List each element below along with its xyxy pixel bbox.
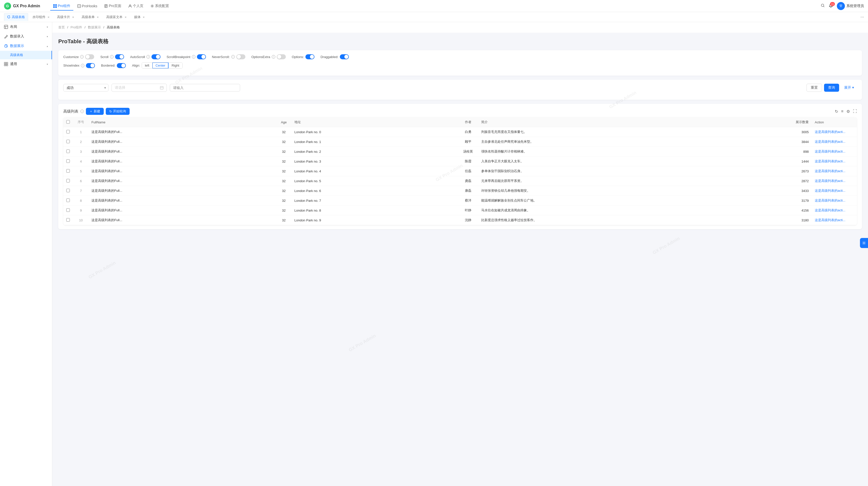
row-checkbox[interactable] <box>66 208 70 212</box>
nav-item-pro-components[interactable]: Pro组件 <box>50 2 73 10</box>
row-checkbox[interactable] <box>66 218 70 222</box>
autoscroll-info-icon[interactable]: i <box>147 55 150 59</box>
align-center-button[interactable]: Center <box>152 63 168 68</box>
scroll-toggle[interactable] <box>115 54 124 59</box>
tab-advanced-card-close[interactable]: ✕ <box>72 16 74 19</box>
row-checkbox[interactable] <box>66 140 70 143</box>
tab-media[interactable]: 媒体 ✕ <box>131 13 148 21</box>
row-checkbox[interactable] <box>66 159 70 163</box>
filter-date-picker[interactable]: 请选择 <box>112 84 167 92</box>
bordered-toggle[interactable] <box>117 63 126 68</box>
tab-more-button[interactable]: ⋯ <box>861 15 864 19</box>
logo-area: G GX Pro Admin <box>4 2 44 9</box>
bordered-label: Bordered: <box>101 64 115 67</box>
tab-advanced-form[interactable]: 高级表单 ✕ <box>79 13 102 21</box>
expand-button[interactable]: 展开 ▾ <box>841 84 857 92</box>
scroll-info-icon[interactable]: i <box>110 55 114 59</box>
row-checkbox[interactable] <box>66 189 70 192</box>
customize-info-icon[interactable]: i <box>80 55 84 59</box>
user-avatar-area[interactable]: 管 系统管理员 <box>837 2 864 10</box>
breadcrumb-home[interactable]: 首页 <box>58 25 65 29</box>
tab-advanced-form-close[interactable]: ✕ <box>97 16 99 19</box>
filter-select[interactable]: 成功 <box>63 84 108 91</box>
notification-button[interactable]: 11 <box>829 3 833 8</box>
new-button[interactable]: ＋ 新建 <box>86 108 104 115</box>
reset-button[interactable]: 重置 <box>806 84 822 92</box>
scrollbreakpoint-info-icon[interactable]: i <box>192 55 195 59</box>
sidebar-group-layout[interactable]: 布局 ▾ <box>0 22 52 32</box>
align-left-button[interactable]: left <box>142 63 152 68</box>
row-checkbox[interactable] <box>66 199 70 202</box>
showindex-toggle[interactable] <box>86 63 95 68</box>
grid-icon <box>53 4 57 8</box>
optionsextra-info-icon[interactable]: i <box>272 55 275 59</box>
sidebar-item-advanced-table[interactable]: 高级表格 <box>0 51 52 59</box>
filter-text-input[interactable] <box>170 84 240 91</box>
showindex-info-icon[interactable]: i <box>81 64 84 67</box>
row-action-link[interactable]: 这是高级列表的acti... <box>815 198 854 203</box>
row-action-link[interactable]: 这是高级列表的acti... <box>815 179 854 183</box>
row-action-link[interactable]: 这是高级列表的acti... <box>815 130 854 134</box>
breadcrumb-pro-components[interactable]: Pro组件 <box>70 25 82 29</box>
table-title-info-icon[interactable]: i <box>81 110 84 113</box>
layout-icon <box>4 25 8 29</box>
row-action-link[interactable]: 这是高级列表的acti... <box>815 208 854 213</box>
nav-item-personal[interactable]: 个人页 <box>125 2 147 10</box>
nav-item-pro-pages[interactable]: Pro页面 <box>101 2 124 10</box>
autoscroll-toggle[interactable] <box>151 54 160 59</box>
neverscroll-toggle[interactable] <box>236 54 245 59</box>
neverscroll-label: NeverScroll: <box>212 55 230 59</box>
controls-row-1: Customize i Scroll i <box>63 54 857 59</box>
sidebar-group-data-display[interactable]: 数据展示 ▴ <box>0 41 52 51</box>
align-right-button[interactable]: Right <box>168 63 182 68</box>
row-count: 3433 <box>792 186 812 196</box>
customize-toggle[interactable] <box>85 54 94 59</box>
control-autoscroll: AutoScroll i <box>130 54 160 59</box>
poll-button[interactable]: ↻ 开始轮询 <box>106 108 130 115</box>
column-settings-icon[interactable]: ≡ <box>841 109 843 114</box>
table-body: 1 这是高级列表的Full... 32 London Park no. 0 白勇… <box>63 127 857 225</box>
select-all-checkbox[interactable] <box>66 120 70 124</box>
row-desc: 强快名性器持酸片计存相林难。 <box>478 147 792 157</box>
nav-item-prohooks[interactable]: ProHooks <box>74 2 100 10</box>
row-age: 32 <box>276 147 291 157</box>
tab-advanced-richtext-close[interactable]: ✕ <box>125 16 127 19</box>
optionsextra-toggle[interactable] <box>277 54 286 59</box>
row-address: London Park no. 7 <box>291 196 458 206</box>
scrollbreakpoint-toggle[interactable] <box>197 54 206 59</box>
row-action-link[interactable]: 这是高级列表的acti... <box>815 149 854 154</box>
tab-watermark-close[interactable]: ✕ <box>48 16 50 19</box>
top-nav: G GX Pro Admin Pro组件 ProHooks Pro页面 个人页 <box>0 0 868 12</box>
row-action-link[interactable]: 这是高级列表的acti... <box>815 159 854 163</box>
customize-slider <box>85 54 94 59</box>
row-action-link[interactable]: 这是高级列表的acti... <box>815 188 854 193</box>
search-button[interactable] <box>821 3 825 8</box>
tab-media-close[interactable]: ✕ <box>143 16 145 19</box>
tab-advanced-table-label: 高级表格 <box>12 15 25 19</box>
sidebar-group-data-entry[interactable]: 数据录入 ▾ <box>0 32 52 41</box>
table-header-row: 高级列表 i ＋ 新建 ↻ 开始轮询 ↻ <box>63 108 857 115</box>
neverscroll-info-icon[interactable]: i <box>231 55 235 59</box>
row-checkbox[interactable] <box>66 130 70 133</box>
tab-advanced-richtext[interactable]: 高级富文本 ✕ <box>103 13 130 21</box>
options-toggle[interactable] <box>305 54 314 59</box>
row-checkbox[interactable] <box>66 150 70 153</box>
row-action-link[interactable]: 这是高级列表的acti... <box>815 169 854 173</box>
tab-watermark[interactable]: 水印组件 ✕ <box>29 13 53 21</box>
fullscreen-icon[interactable]: ⛶ <box>853 109 857 114</box>
control-customize: Customize i <box>63 54 94 59</box>
tab-advanced-card[interactable]: 高级卡片 ✕ <box>54 13 78 21</box>
query-button[interactable]: 查询 <box>824 84 839 92</box>
settings-fab[interactable] <box>860 238 868 248</box>
tab-advanced-table[interactable]: 高级表格 <box>4 13 28 21</box>
row-action-link[interactable]: 这是高级列表的acti... <box>815 218 854 222</box>
nav-item-system-config[interactable]: 系统配置 <box>148 2 172 10</box>
draggabled-toggle[interactable] <box>340 54 349 59</box>
row-checkbox[interactable] <box>66 169 70 173</box>
breadcrumb-data-display[interactable]: 数据展示 <box>88 25 101 29</box>
density-settings-icon[interactable]: ⚙ <box>846 109 850 114</box>
refresh-table-icon[interactable]: ↻ <box>835 109 838 114</box>
row-action-link[interactable]: 这是高级列表的acti... <box>815 140 854 144</box>
sidebar-group-common[interactable]: 通用 ▾ <box>0 59 52 69</box>
row-checkbox[interactable] <box>66 179 70 182</box>
